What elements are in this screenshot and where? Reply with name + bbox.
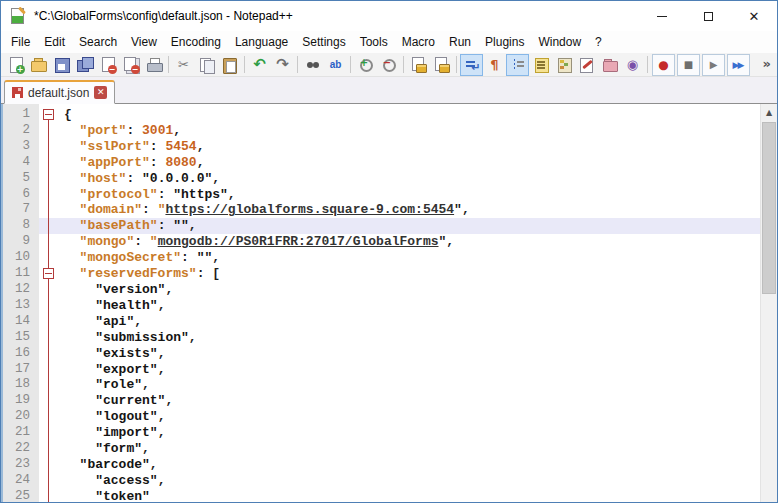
close-file-icon [99,56,117,74]
code-line: "exists", [64,346,760,362]
indent-guide-button[interactable] [506,54,529,76]
tab-default-json[interactable]: default.json ✕ [4,80,115,104]
minimize-button[interactable] [639,1,685,31]
show-all-characters-button[interactable] [483,54,506,76]
window-title: *C:\GlobalForms\config\default.json - No… [34,9,293,23]
maximize-icon [704,12,713,21]
line-number: 1 [3,107,39,123]
undo-button[interactable] [248,54,271,76]
line-number: 24 [3,473,39,489]
line-number: 18 [3,377,39,393]
print-icon [145,56,163,74]
copy-button[interactable] [195,54,218,76]
menu-file[interactable]: File [4,32,37,52]
word-wrap-icon [463,56,481,74]
close-file-button[interactable] [96,54,119,76]
line-number: 22 [3,441,39,457]
monitoring-button[interactable] [621,54,644,76]
code-line: "protocol": "https", [64,187,760,203]
toolbar-overflow-chevron[interactable]: » [763,56,771,71]
zoom-out-button[interactable] [377,54,400,76]
line-number-gutter[interactable]: 1234567891011121314151617181920212223242… [3,104,39,502]
user-defined-language-button[interactable] [575,54,598,76]
toolbar-separator [456,56,457,73]
cut-button[interactable] [172,54,195,76]
show-all-characters-icon [486,56,504,74]
menu-run[interactable]: Run [442,32,478,52]
find-icon [304,56,322,74]
run-macro-multiple-button[interactable] [727,54,750,76]
maximize-button[interactable] [685,1,731,31]
line-number: 21 [3,425,39,441]
line-number: 4 [3,155,39,171]
line-number: 6 [3,187,39,203]
toolbar-separator [350,56,351,73]
function-list-button[interactable] [529,54,552,76]
menu-view[interactable]: View [124,32,164,52]
toolbar-separator [244,56,245,73]
menu-window[interactable]: Window [531,32,588,52]
replace-icon [327,56,345,74]
toolbar-separator [403,56,404,73]
zoom-in-button[interactable] [354,54,377,76]
title-bar: *C:\GlobalForms\config\default.json - No… [1,1,777,31]
line-number: 16 [3,346,39,362]
fold-collapse-marker[interactable] [43,109,54,120]
vertical-scrollbar[interactable]: ▲ [760,104,777,502]
close-button[interactable]: ✕ [731,1,777,31]
close-all-icon [122,56,140,74]
print-button[interactable] [142,54,165,76]
redo-icon [274,56,292,74]
undo-icon [251,56,269,74]
document-map-button[interactable] [552,54,575,76]
record-macro-button[interactable] [652,54,675,76]
replace-button[interactable] [324,54,347,76]
line-number: 17 [3,362,39,378]
close-all-button[interactable] [119,54,142,76]
scrollbar-thumb[interactable] [762,122,776,294]
menu-macro[interactable]: Macro [395,32,442,52]
paste-button[interactable] [218,54,241,76]
fold-margin[interactable] [39,104,59,502]
scroll-up-icon[interactable]: ▲ [761,104,777,120]
menu-help[interactable]: ? [588,32,609,52]
sync-scroll-horizontal-button[interactable] [430,54,453,76]
fold-collapse-marker[interactable] [43,268,54,279]
code-line: "access", [64,473,760,489]
stop-macro-button[interactable] [677,54,700,76]
line-number: 10 [3,250,39,266]
code-area[interactable]: { "port": 3001, "sslPort": 5454, "appPor… [59,104,760,502]
code-line: "import", [64,425,760,441]
menu-search[interactable]: Search [72,32,124,52]
find-button[interactable] [301,54,324,76]
new-file-button[interactable] [4,54,27,76]
copy-icon [198,56,216,74]
redo-button[interactable] [271,54,294,76]
notepad-plus-plus-window: *C:\GlobalForms\config\default.json - No… [0,0,778,503]
unsaved-changes-icon [12,87,23,98]
save-all-button[interactable] [73,54,96,76]
monitoring-icon [624,56,642,74]
menu-edit[interactable]: Edit [37,32,72,52]
open-file-button[interactable] [27,54,50,76]
line-number: 7 [3,202,39,218]
stop-macro-icon [680,56,698,74]
menu-encoding[interactable]: Encoding [164,32,228,52]
menu-tools[interactable]: Tools [353,32,395,52]
cut-icon [175,56,193,74]
tab-close-icon[interactable]: ✕ [94,86,107,99]
folder-as-workspace-button[interactable] [598,54,621,76]
save-button[interactable] [50,54,73,76]
sync-scroll-vertical-icon [410,56,428,74]
menu-plugins[interactable]: Plugins [478,32,531,52]
word-wrap-button[interactable] [460,54,483,76]
code-line: "host": "0.0.0.0", [64,171,760,187]
code-line: "form", [64,441,760,457]
code-line: "health", [64,298,760,314]
line-number: 9 [3,234,39,250]
play-macro-button[interactable] [702,54,725,76]
menu-settings[interactable]: Settings [295,32,352,52]
menu-language[interactable]: Language [228,32,295,52]
sync-scroll-vertical-button[interactable] [407,54,430,76]
toolbar-separator [168,56,169,73]
